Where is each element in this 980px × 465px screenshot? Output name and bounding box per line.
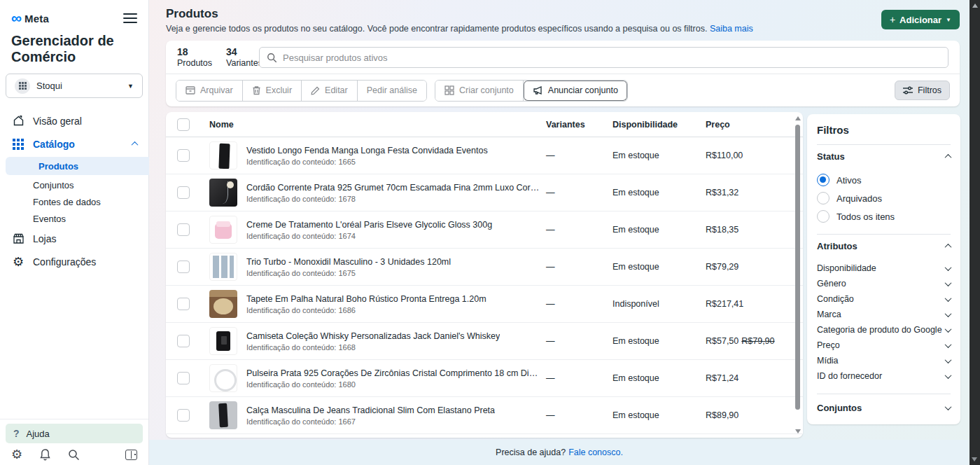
status-radio-option[interactable]: Arquivados [817,189,951,207]
row-checkbox[interactable] [177,149,190,162]
store-selector[interactable]: Stoqui ▼ [6,74,143,98]
sidebar-item-catalog[interactable]: Catálogo [0,132,148,155]
search-icon[interactable] [68,449,80,461]
table-row[interactable]: Camiseta Coleção Whisky Personalizadas J… [166,323,803,360]
attribute-filter-row[interactable]: Categoria de produto do Google [817,322,951,338]
main-content: Produtos Veja e gerencie todos os produt… [149,0,969,465]
sidebar-item-label: Produtos [38,161,78,172]
attribute-label: Mídia [817,356,839,366]
row-checkbox[interactable] [177,372,190,384]
attribute-filter-row[interactable]: Marca [817,307,951,322]
products-count-label: Produtos [177,58,212,69]
table-row[interactable]: Cordão Corrente Prata 925 Grumet 70cm Es… [166,174,803,211]
table-row[interactable]: Creme De Tratamento L'oréal Paris Elseve… [166,211,803,249]
table-scrollbar[interactable] [794,115,802,435]
sidebar-item-shops[interactable]: Lojas [0,227,148,250]
plus-icon: + [890,14,895,25]
radio-button[interactable] [817,174,830,186]
contact-us-link[interactable]: Fale conosco. [568,447,623,457]
scroll-down-icon[interactable] [795,429,801,433]
collapse-sidebar-icon[interactable] [125,450,137,460]
attribute-filter-row[interactable]: Condição [817,291,951,307]
table-row[interactable]: Calça Masculina De Jeans Tradicional Sli… [166,397,803,434]
page-scrollbar[interactable] [969,0,980,465]
sidebar-item-settings[interactable]: ⚙ Configurações [0,250,148,273]
add-button[interactable]: + Adicionar ▼ [881,10,960,29]
product-variants: — [540,151,607,160]
help-button[interactable]: ? Ajuda [6,424,143,443]
settings-icon[interactable]: ⚙ [11,448,22,461]
edit-button[interactable]: Editar [302,81,358,101]
sidebar-item-overview[interactable]: Visão geral [0,109,148,132]
filters-button[interactable]: Filtros [895,81,950,100]
attribute-filter-row[interactable]: Gênero [817,276,951,291]
row-checkbox[interactable] [177,335,190,347]
notifications-bell-icon[interactable] [39,448,51,461]
product-availability: Em estoque [607,410,694,420]
radio-button[interactable] [817,210,830,223]
chevron-down-icon [945,295,952,302]
archive-label: Arquivar [200,85,233,95]
table-row[interactable]: Pulseira Prata 925 Corações De Zircônias… [166,360,803,397]
attribute-filter-row[interactable]: Mídia [817,353,951,368]
product-availability: Em estoque [607,373,694,383]
sidebar-item-sets[interactable]: Conjuntos [0,176,148,193]
table-row[interactable]: Trio Turbo - Monoxidil Masculino - 3 Uni… [166,249,803,286]
delete-button[interactable]: Excluir [243,81,302,101]
row-checkbox[interactable] [177,223,190,236]
sidebar-item-label: Fontes de dados [33,197,101,207]
product-name: Cordão Corrente Prata 925 Grumet 70cm Es… [246,183,540,193]
attribute-filter-row[interactable]: Preço [817,338,951,353]
sidebar-item-products[interactable]: Produtos [6,157,149,175]
status-radio-option[interactable]: Ativos [817,171,951,189]
edit-label: Editar [325,85,348,95]
table-row[interactable]: Vestido Longo Fenda Manga Longa Festa Co… [166,137,803,174]
product-name: Calça Masculina De Jeans Tradicional Sli… [246,405,495,415]
attribute-filter-row[interactable]: ID do fornecedor [817,368,951,384]
search-input[interactable] [283,53,941,63]
product-thumbnail [209,401,237,429]
row-checkbox[interactable] [177,298,190,310]
sidebar-nav: Visão geral Catálogo Produtos Conju [0,109,148,273]
product-thumbnail [209,364,237,392]
learn-more-link[interactable]: Saiba mais [710,24,753,34]
request-review-button[interactable]: Pedir análise [358,81,426,101]
sidebar-item-events[interactable]: Eventos [0,210,148,227]
attributes-section-header[interactable]: Atributos [817,234,951,258]
status-section-header[interactable]: Status [817,144,951,168]
hamburger-menu-icon[interactable] [123,8,137,28]
row-checkbox[interactable] [177,186,190,199]
row-checkbox[interactable] [177,261,190,273]
archive-button[interactable]: Arquivar [176,81,243,101]
products-count: 18 Produtos [177,46,212,69]
scroll-up-icon[interactable] [972,4,978,8]
product-thumbnail [209,290,237,318]
catalog-grid-icon [11,139,25,150]
status-radio-option[interactable]: Todos os itens [817,207,951,225]
attribute-filter-row[interactable]: Disponibilidade [817,261,951,276]
sets-section-header[interactable]: Conjuntos [817,394,951,413]
scroll-down-icon[interactable] [972,457,977,461]
row-checkbox[interactable] [177,409,190,422]
radio-button[interactable] [817,192,830,204]
product-price: R$71,24 [694,373,789,383]
scroll-up-icon[interactable] [795,116,801,120]
table-scrollbar-thumb[interactable] [795,125,800,410]
footer-help-bar: Precisa de ajuda? Fale conosco. [149,440,969,465]
products-table: Nome Variantes Disponibilidade Preço Ves… [166,112,803,438]
attribute-label: ID do fornecedor [817,371,882,381]
select-all-checkbox[interactable] [177,118,190,131]
product-content-id: Identificação do conteúdo: 1680 [246,380,540,389]
product-thumbnail [209,216,237,244]
sidebar-item-data-sources[interactable]: Fontes de dados [0,193,148,210]
create-set-button[interactable]: Criar conjunto [435,81,524,101]
delete-label: Excluir [266,85,293,95]
table-row[interactable]: Tapete Em Palha Natural Boho Rústico Pro… [166,286,803,323]
promote-set-button[interactable]: Anunciar conjunto [524,81,627,101]
create-set-label: Criar conjunto [459,85,514,95]
product-availability: Em estoque [607,151,694,160]
product-content-id: Identificação do conteúdo: 1665 [246,158,488,166]
product-price: R$89,90 [694,410,789,420]
product-price: R$217,41 [694,299,789,309]
promote-set-label: Anunciar conjunto [548,85,618,95]
